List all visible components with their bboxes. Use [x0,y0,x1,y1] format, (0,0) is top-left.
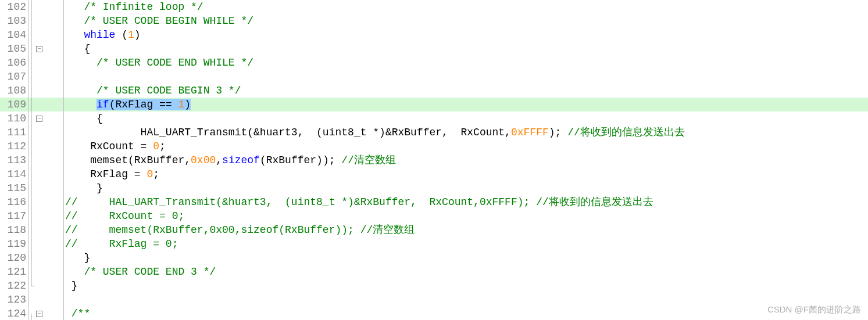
code-content[interactable]: /* USER CODE END 3 */ [64,265,868,279]
token-comment: /* USER CODE BEGIN WHILE */ [84,15,253,27]
token-plain: ) [134,29,141,41]
code-content[interactable]: // RxCount = 0; [64,209,868,223]
code-content[interactable] [64,293,868,307]
token-plain: ); [549,127,567,138]
code-line[interactable]: 107 [0,70,868,84]
token-number: 1 [178,99,184,110]
fold-gutter[interactable] [29,209,64,223]
code-line[interactable]: 121 /* USER CODE END 3 */ [0,265,868,279]
token-number: 0xFFFF [511,127,549,138]
fold-gutter[interactable] [29,279,64,293]
token-plain: (RxFlag == [109,99,178,110]
code-content[interactable]: /* USER CODE END WHILE */ [64,56,868,70]
code-line[interactable]: 106 /* USER CODE END WHILE */ [0,56,868,70]
fold-minus-icon[interactable]: − [36,46,42,52]
fold-gutter[interactable] [29,70,64,84]
token-comment: /* Infinite loop */ [84,1,203,13]
code-line[interactable]: 111 HAL_UART_Transmit(&huart3, (uint8_t … [0,125,868,139]
code-line[interactable]: 118// memset(RxBuffer,0x00,sizeof(RxBuff… [0,223,868,237]
line-number: 118 [0,223,29,237]
code-line[interactable]: 105− { [0,42,868,56]
code-line[interactable]: 108 /* USER CODE BEGIN 3 */ [0,84,868,98]
code-line[interactable]: 104 while (1) [0,28,868,42]
code-line[interactable]: 103 /* USER CODE BEGIN WHILE */ [0,14,868,28]
code-line[interactable]: 114 RxFlag = 0; [0,167,868,181]
code-content[interactable]: // memset(RxBuffer,0x00,sizeof(RxBuffer)… [64,223,868,237]
code-line[interactable]: 119// RxFlag = 0; [0,237,868,251]
code-line[interactable]: 112 RxCount = 0; [0,139,868,153]
line-number: 115 [0,181,29,195]
fold-gutter[interactable] [29,195,64,209]
code-content[interactable]: } [64,251,868,265]
line-number: 103 [0,14,29,28]
fold-gutter[interactable] [29,293,64,307]
code-line[interactable]: 115 } [0,181,868,195]
fold-gutter[interactable] [29,84,64,98]
code-editor[interactable]: 102 /* Infinite loop */103 /* USER CODE … [0,0,868,320]
fold-gutter[interactable] [29,56,64,70]
fold-gutter[interactable] [29,265,64,279]
token-plain: ( [115,29,128,41]
code-content[interactable]: } [64,279,868,293]
code-content[interactable]: /* USER CODE BEGIN 3 */ [64,84,868,98]
fold-minus-icon[interactable]: − [36,311,42,317]
code-content[interactable]: if(RxFlag == 1) [64,98,868,112]
code-content[interactable]: HAL_UART_Transmit(&huart3, (uint8_t *)&R… [64,125,868,139]
fold-gutter[interactable] [29,98,64,112]
fold-gutter[interactable] [29,153,64,167]
fold-gutter[interactable] [29,237,64,251]
code-content[interactable] [64,70,868,84]
code-content[interactable]: while (1) [64,28,868,42]
code-content[interactable]: } [64,181,868,195]
fold-gutter[interactable] [29,167,64,181]
code-line[interactable]: 102 /* Infinite loop */ [0,0,868,14]
fold-minus-icon[interactable]: − [36,116,42,122]
token-plain: ) [184,99,191,110]
fold-gutter[interactable]: − [29,307,64,320]
code-content[interactable]: { [64,112,868,125]
fold-gutter[interactable] [29,14,64,28]
code-content[interactable]: { [64,42,868,56]
code-content[interactable]: // RxFlag = 0; [64,237,868,251]
line-number: 123 [0,293,29,307]
token-plain: } [65,182,103,194]
code-line[interactable]: 120 } [0,251,868,265]
code-line[interactable]: 117// RxCount = 0; [0,209,868,223]
line-number: 116 [0,195,29,209]
token-number: 0x00 [191,154,216,166]
token-comment: /* USER CODE END 3 */ [84,266,216,278]
fold-gutter[interactable]: − [29,112,64,125]
fold-gutter[interactable] [29,251,64,265]
fold-gutter[interactable] [29,28,64,42]
token-keyword: while [84,29,115,41]
fold-gutter[interactable] [29,125,64,139]
code-line[interactable]: 110− { [0,112,868,125]
fold-gutter[interactable]: − [29,42,64,56]
code-content[interactable]: RxFlag = 0; [64,167,868,181]
code-content[interactable]: /* USER CODE BEGIN WHILE */ [64,14,868,28]
code-content[interactable]: /** [64,307,868,320]
code-line[interactable]: 124− /** [0,307,868,320]
line-number: 104 [0,28,29,42]
token-plain [65,99,97,110]
code-line[interactable]: 122 } [0,279,868,293]
code-content[interactable]: RxCount = 0; [64,139,868,153]
code-content[interactable]: // HAL_UART_Transmit(&huart3, (uint8_t *… [64,195,868,209]
token-plain [65,85,97,96]
code-content[interactable]: memset(RxBuffer,0x00,sizeof(RxBuffer)); … [64,153,868,167]
fold-gutter[interactable] [29,181,64,195]
code-line[interactable]: 116// HAL_UART_Transmit(&huart3, (uint8_… [0,195,868,209]
token-comment: //清空数组 [341,154,396,166]
line-number: 105 [0,42,29,56]
code-line[interactable]: 113 memset(RxBuffer,0x00,sizeof(RxBuffer… [0,153,868,167]
fold-gutter[interactable] [29,0,64,14]
fold-gutter[interactable] [29,139,64,153]
token-comment: /* USER CODE BEGIN 3 */ [97,85,241,96]
token-plain [65,266,84,278]
code-line[interactable]: 123 [0,293,868,307]
code-content[interactable]: /* Infinite loop */ [64,0,868,14]
code-line[interactable]: 109 if(RxFlag == 1) [0,98,868,112]
token-plain: { [65,43,90,55]
fold-gutter[interactable] [29,223,64,237]
line-number: 114 [0,167,29,181]
